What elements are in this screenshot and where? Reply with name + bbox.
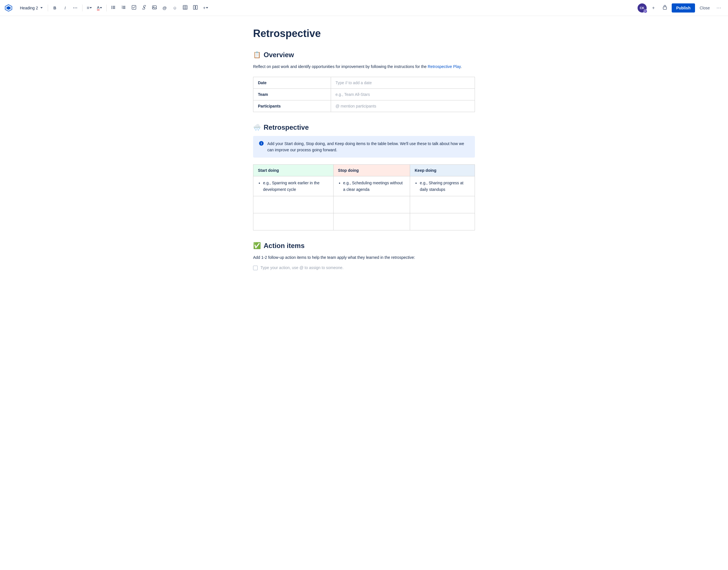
svg-rect-19 [194, 5, 195, 9]
table-row: Team e.g., Team All-Stars [253, 88, 475, 100]
overview-table: Date Type // to add a date Team e.g., Te… [253, 77, 475, 112]
text-color-icon: A [97, 5, 99, 10]
svg-rect-13 [152, 6, 156, 9]
svg-rect-11 [123, 8, 125, 9]
overview-description: Reflect on past work and identify opport… [253, 63, 475, 70]
lock-button[interactable] [660, 3, 669, 13]
keep-cell-1[interactable]: e.g., Sharing progress at daily standups [410, 176, 475, 196]
start-cell-1[interactable]: e.g., Sparring work earlier in the devel… [253, 176, 334, 196]
image-icon [152, 5, 157, 11]
svg-point-2 [111, 7, 112, 8]
add-collaborator-button[interactable]: + [649, 3, 658, 13]
emoji-button[interactable]: ☺ [170, 3, 179, 13]
info-callout: i Add your Start doing, Stop doing, and … [253, 136, 475, 158]
mention-button[interactable]: @ [160, 3, 169, 13]
start-cell-3[interactable] [253, 213, 334, 230]
insert-chevron [206, 7, 208, 9]
retrospective-icon: 🌨️ [253, 124, 261, 131]
svg-rect-9 [123, 7, 125, 8]
stop-doing-header: Stop doing [333, 165, 410, 176]
overview-section: 📋 Overview Reflect on past work and iden… [253, 51, 475, 112]
retrospective-heading: 🌨️ Retrospective [253, 123, 475, 131]
link-icon [142, 5, 146, 11]
toolbar-divider-1 [48, 5, 48, 11]
numbered-list-button[interactable]: 1.2.3. [119, 3, 128, 13]
text-color-button[interactable]: A [95, 3, 104, 13]
overview-heading: 📋 Overview [253, 51, 475, 59]
toolbar-right: CK C + Publish Close ··· [638, 3, 723, 13]
italic-button[interactable]: I [61, 3, 70, 13]
retrospective-table: Start doing Stop doing Keep doing e.g., … [253, 165, 475, 230]
avatar-badge: C [644, 9, 647, 13]
action-items-section: ✅ Action items Add 1-2 follow-up action … [253, 242, 475, 270]
layout-icon [193, 5, 198, 11]
retrospective-section: 🌨️ Retrospective i Add your Start doing,… [253, 123, 475, 231]
action-items-heading-text: Action items [264, 242, 305, 250]
svg-text:3.: 3. [122, 7, 123, 9]
svg-point-0 [111, 6, 112, 7]
user-avatar[interactable]: CK C [638, 3, 647, 13]
toolbar: Heading 2 B I ··· ≡ A 1.2.3. [0, 0, 728, 16]
team-label: Team [253, 88, 331, 100]
action-items-description: Add 1-2 follow-up action items to help t… [253, 254, 475, 261]
svg-rect-5 [113, 8, 115, 9]
info-icon: i [259, 141, 264, 147]
action-items-heading: ✅ Action items [253, 242, 475, 250]
date-value[interactable]: Type // to add a date [331, 77, 475, 88]
layout-button[interactable] [191, 3, 200, 13]
action-items-icon: ✅ [253, 242, 261, 249]
close-button[interactable]: Close [697, 4, 712, 12]
toolbar-divider-3 [106, 5, 107, 11]
page-title[interactable]: Retrospective [253, 27, 475, 39]
overview-icon: 📋 [253, 51, 261, 59]
table-row: Date Type // to add a date [253, 77, 475, 88]
keep-cell-3[interactable] [410, 213, 475, 230]
heading-style-dropdown[interactable]: Heading 2 [17, 5, 45, 11]
stop-cell-3[interactable] [333, 213, 410, 230]
more-options-button[interactable]: ··· [714, 3, 723, 13]
action-checkbox[interactable] [253, 266, 258, 270]
bullet-list-button[interactable] [109, 3, 118, 13]
svg-rect-7 [123, 6, 125, 7]
team-value[interactable]: e.g., Team All-Stars [331, 88, 475, 100]
action-item-placeholder[interactable]: Type your action, use @ to assign to som… [261, 265, 344, 270]
insert-more-button[interactable]: + [201, 3, 210, 13]
align-icon: ≡ [87, 5, 89, 11]
stop-item-1: e.g., Scheduling meetings without a clea… [343, 180, 405, 193]
svg-rect-21 [663, 7, 667, 9]
svg-rect-20 [196, 5, 198, 9]
table-row: Participants @ mention participants [253, 100, 475, 112]
participants-value[interactable]: @ mention participants [331, 100, 475, 112]
svg-text:i: i [261, 141, 262, 145]
start-doing-header: Start doing [253, 165, 334, 176]
svg-point-4 [111, 8, 112, 9]
start-cell-2[interactable] [253, 196, 334, 213]
align-button[interactable]: ≡ [85, 3, 94, 13]
keep-item-1: e.g., Sharing progress at daily standups [420, 180, 470, 193]
table-button[interactable] [180, 3, 190, 13]
retrospective-heading-text: Retrospective [264, 123, 309, 131]
retrospective-play-link[interactable]: Retrospective Play [428, 64, 461, 69]
stop-cell-1[interactable]: e.g., Scheduling meetings without a clea… [333, 176, 410, 196]
stop-cell-2[interactable] [333, 196, 410, 213]
avatar-initials: CK [640, 6, 644, 10]
overview-heading-text: Overview [264, 51, 294, 59]
svg-rect-3 [113, 7, 115, 8]
publish-button[interactable]: Publish [672, 3, 695, 13]
svg-rect-1 [113, 6, 115, 7]
image-button[interactable] [150, 3, 159, 13]
start-item-1: e.g., Sparring work earlier in the devel… [263, 180, 329, 193]
link-button[interactable] [140, 3, 149, 13]
bold-button[interactable]: B [50, 3, 59, 13]
color-chevron [100, 7, 102, 9]
content-area: Retrospective 📋 Overview Reflect on past… [236, 16, 492, 293]
retro-row-3 [253, 213, 475, 230]
align-chevron [89, 7, 92, 9]
date-label: Date [253, 77, 331, 88]
more-formatting-button[interactable]: ··· [71, 3, 80, 13]
keep-doing-header: Keep doing [410, 165, 475, 176]
participants-label: Participants [253, 100, 331, 112]
keep-cell-2[interactable] [410, 196, 475, 213]
bullet-list-icon [111, 5, 116, 11]
checkbox-button[interactable] [129, 3, 138, 13]
